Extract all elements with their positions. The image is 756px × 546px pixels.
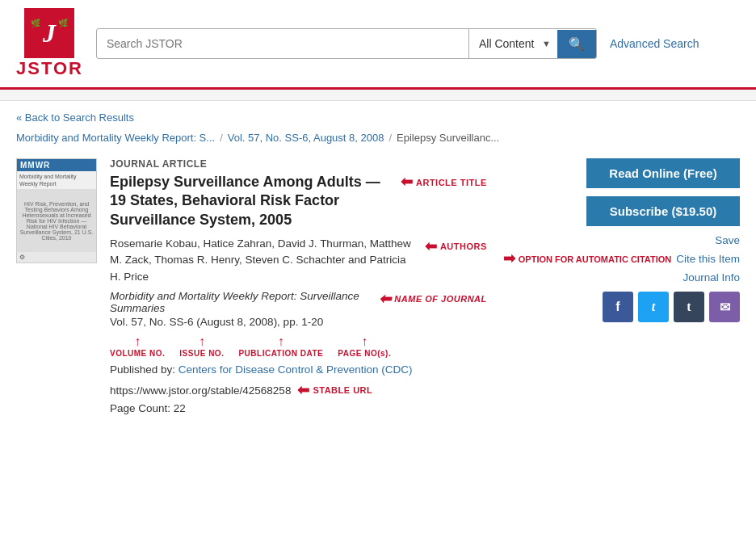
header: J 🌿 🌿 JSTOR All Content 🔍 Advanced Searc…	[0, 0, 756, 90]
publisher-prefix: Published by:	[110, 363, 178, 376]
volume-annotation: ↑ VOLUME NO.	[110, 334, 165, 359]
breadcrumb-sep-1: /	[220, 132, 223, 144]
social-share-row: f t t ✉	[603, 292, 740, 322]
breadcrumb-sep-2: /	[388, 132, 392, 144]
svg-text:J: J	[42, 19, 57, 48]
subscribe-button[interactable]: Subscribe ($19.50)	[586, 196, 740, 226]
right-column: Read Online (Free) Subscribe ($19.50) Sa…	[503, 158, 740, 414]
content-filter-select[interactable]: All Content	[469, 31, 557, 57]
save-row: Save	[715, 234, 740, 246]
save-link[interactable]: Save	[715, 234, 740, 246]
facebook-share-button[interactable]: f	[603, 292, 633, 322]
citation-option-label: ➡ OPTION FOR AUTOMATIC CITATION	[503, 250, 671, 268]
volume-annotations: ↑ VOLUME NO. ↑ ISSUE NO. ↑ PUBLICATION D…	[110, 334, 487, 359]
journal-name-line: Morbidity and Mortality Weekly Report: S…	[110, 290, 487, 314]
authors-annotation-label: AUTHORS	[440, 240, 487, 254]
jstor-logo-icon: J 🌿 🌿	[24, 8, 74, 58]
journal-arrow-icon: ⬅	[379, 290, 391, 308]
main-content: MMWR Morbidity and Mortality Weekly Repo…	[0, 150, 756, 430]
issue-arrow-icon: ↑	[199, 334, 205, 349]
citation-arrow-icon: ➡	[503, 250, 515, 268]
journal-annotation: ⬅ NAME OF JOURNAL	[379, 290, 486, 308]
twitter-share-button[interactable]: t	[638, 292, 669, 322]
pages-annotation-label: PAGE NO(s).	[338, 349, 391, 359]
tumblr-icon: t	[687, 300, 691, 314]
page-count-line: Page Count: 22	[110, 402, 487, 414]
twitter-icon: t	[652, 300, 655, 314]
volume-line-container: Vol. 57, No. SS-6 (August 8, 2008), pp. …	[110, 316, 487, 359]
content-filter-wrapper: All Content	[469, 31, 557, 57]
authors-line: Rosemarie Kobau, Hatice Zahran, David J.…	[110, 236, 487, 285]
title-annotation-label: ARTICLE TITLE	[416, 177, 487, 188]
volume-issue-text: Vol. 57, No. SS-6 (August 8, 2008), pp. …	[110, 316, 487, 328]
read-online-button[interactable]: Read Online (Free)	[586, 158, 740, 188]
email-share-button[interactable]: ✉	[709, 292, 740, 322]
title-annotation: ⬅ ARTICLE TITLE	[401, 173, 487, 191]
citation-area: Save ➡ OPTION FOR AUTOMATIC CITATION Cit…	[503, 234, 740, 284]
issue-annotation: ↑ ISSUE NO.	[179, 334, 224, 359]
cover-img-placeholder: HIV Risk, Prevention, and Testing Behavi…	[17, 189, 96, 252]
journal-name-text: Morbidity and Mortality Weekly Report: S…	[110, 290, 372, 314]
logo-area: J 🌿 🌿 JSTOR	[16, 8, 83, 79]
search-button[interactable]: 🔍	[557, 30, 596, 58]
advanced-search-link[interactable]: Advanced Search	[610, 37, 699, 50]
breadcrumb-item-1[interactable]: Morbidity and Mortality Weekly Report: S…	[16, 132, 215, 144]
svg-text:🌿: 🌿	[58, 18, 69, 28]
article-title-text: Epilepsy Surveillance Among Adults — 19 …	[110, 173, 394, 229]
stable-url-arrow-icon: ⬅	[297, 381, 309, 399]
stable-url-text: https://www.jstor.org/stable/42568258	[110, 384, 291, 397]
authors-text: Rosemarie Kobau, Hatice Zahran, David J.…	[110, 236, 418, 285]
publisher-line: Published by: Centers for Disease Contro…	[110, 362, 487, 378]
cite-this-item-link[interactable]: Cite this Item	[676, 253, 740, 265]
stable-url-annotation-label: STABLE URL	[313, 385, 372, 395]
breadcrumb-item-2[interactable]: Vol. 57, No. SS-6, August 8, 2008	[228, 132, 384, 144]
journal-info-link[interactable]: Journal Info	[682, 271, 740, 284]
pages-annotation: ↑ PAGE NO(s).	[338, 334, 391, 359]
publisher-link[interactable]: Centers for Disease Control & Prevention…	[178, 363, 413, 376]
breadcrumb: Morbidity and Mortality Weekly Report: S…	[0, 128, 756, 150]
date-arrow-icon: ↑	[278, 334, 284, 349]
back-to-search-link[interactable]: « Back to Search Results	[16, 111, 134, 124]
svg-text:🌿: 🌿	[31, 18, 41, 28]
title-arrow-icon: ⬅	[401, 173, 413, 191]
citation-row: ➡ OPTION FOR AUTOMATIC CITATION Cite thi…	[503, 250, 740, 268]
cover-footer: ⚙	[17, 252, 96, 262]
breadcrumb-item-3: Epilepsy Surveillanc...	[397, 132, 499, 144]
authors-arrow-icon: ⬅	[425, 236, 437, 258]
authors-annotation: ⬅ AUTHORS	[425, 236, 487, 258]
date-annotation-label: PUBLICATION DATE	[238, 349, 323, 359]
sub-header-bar	[0, 90, 756, 101]
vol-annotation-label: VOLUME NO.	[110, 349, 165, 359]
journal-annotation-label: NAME OF JOURNAL	[394, 294, 486, 304]
cover-image: MMWR Morbidity and Mortality Weekly Repo…	[16, 158, 97, 263]
jstor-wordmark: JSTOR	[16, 58, 83, 79]
journal-info-row: Journal Info	[682, 271, 740, 284]
facebook-icon: f	[615, 300, 620, 314]
article-title-area: Epilepsy Surveillance Among Adults — 19 …	[110, 173, 487, 229]
email-icon: ✉	[720, 300, 730, 315]
issue-annotation-label: ISSUE NO.	[179, 349, 224, 359]
left-column: MMWR Morbidity and Mortality Weekly Repo…	[16, 158, 487, 414]
pages-arrow-icon: ↑	[361, 334, 368, 349]
stable-url-line: https://www.jstor.org/stable/42568258 ⬅ …	[110, 381, 487, 399]
cover-mmwr-bar: MMWR	[17, 159, 96, 171]
stable-url-annotation: ⬅ STABLE URL	[297, 381, 372, 399]
vol-arrow-icon: ↑	[134, 334, 141, 349]
article-type: JOURNAL ARTICLE	[110, 158, 487, 170]
back-link-area: « Back to Search Results	[0, 101, 756, 128]
date-annotation: ↑ PUBLICATION DATE	[238, 334, 323, 359]
cover-mmwr-sub: Morbidity and Mortality Weekly Report	[17, 171, 96, 189]
tumblr-share-button[interactable]: t	[674, 292, 704, 322]
search-input[interactable]	[97, 31, 468, 57]
article-info: JOURNAL ARTICLE Epilepsy Surveillance Am…	[110, 158, 487, 414]
search-bar: All Content 🔍	[96, 28, 597, 59]
